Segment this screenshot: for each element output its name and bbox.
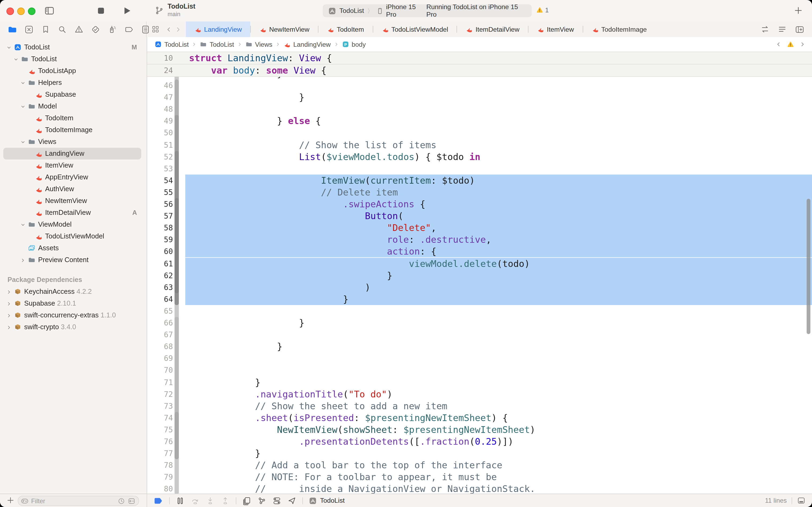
next-issue-button[interactable] — [800, 41, 806, 47]
sidebar-item-TodoItem[interactable]: TodoItem — [0, 112, 147, 124]
source-code-area[interactable]: }4647 }4849 } else {5051 // Show the lis… — [147, 52, 812, 494]
code-line-60[interactable]: 60 action: { — [147, 246, 812, 258]
line-number[interactable]: 47 — [147, 91, 173, 103]
disclosure-closed-icon[interactable] — [6, 289, 11, 294]
code-line-76[interactable]: 76 .presentationDetents([.fraction(0.25)… — [147, 436, 812, 447]
sidebar-item-Assets[interactable]: Assets — [0, 242, 147, 254]
breadcrumb-item-TodoList[interactable]: TodoList — [200, 41, 234, 48]
editor-options-icon[interactable] — [777, 25, 787, 34]
code-line-63[interactable]: 63 ) — [147, 281, 812, 293]
code-line-58[interactable]: 58 "Delete", — [147, 222, 812, 234]
breadcrumb-item-Views[interactable]: Views — [245, 41, 273, 48]
zoom-button[interactable] — [28, 7, 36, 15]
tab-TodoListViewModel[interactable]: TodoListViewModel — [373, 21, 457, 37]
package-item-KeychainAccess[interactable]: KeychainAccess 4.2.2 — [0, 286, 147, 297]
line-number[interactable]: 68 — [147, 340, 173, 352]
line-number[interactable]: 65 — [147, 305, 173, 317]
bookmarks-navigator[interactable] — [41, 24, 51, 34]
find-navigator[interactable] — [57, 24, 67, 34]
line-number[interactable]: 80 — [147, 483, 173, 494]
code-line-57[interactable]: 57 Button( — [147, 210, 812, 222]
code-line-78[interactable]: 78 // Add a tool bar to the top of the i… — [147, 459, 812, 471]
code-line-79[interactable]: 79 // NOTE: For a toolbar to appear, it … — [147, 471, 812, 483]
code-line-51[interactable]: 51 // Show the list of items — [147, 139, 812, 151]
code-line-49[interactable]: 49 } else { — [147, 115, 812, 127]
sidebar-item-LandingView[interactable]: LandingView — [0, 148, 147, 160]
disclosure-open-icon[interactable] — [20, 80, 25, 86]
filter-field[interactable]: Filter — [18, 496, 139, 506]
line-number[interactable]: 75 — [147, 424, 173, 436]
toggle-navigator-button[interactable] — [44, 5, 55, 16]
line-number[interactable]: 60 — [147, 246, 173, 258]
line-number[interactable]: 54 — [147, 175, 173, 186]
line-number[interactable]: 70 — [147, 364, 173, 376]
sidebar-item-TodoListViewModel[interactable]: TodoListViewModel — [0, 230, 147, 242]
line-number[interactable]: 62 — [147, 269, 173, 281]
line-number[interactable]: 56 — [147, 198, 173, 210]
issues-navigator[interactable] — [74, 24, 84, 34]
code-line-68[interactable]: 68 } — [147, 340, 812, 352]
line-number[interactable]: 74 — [147, 412, 173, 424]
step-out-button[interactable] — [221, 496, 230, 505]
sidebar-item-Preview-Content[interactable]: Preview Content — [0, 254, 147, 266]
line-number[interactable]: 59 — [147, 234, 173, 246]
sidebar-item-ItemView[interactable]: ItemView — [0, 160, 147, 171]
code-line-55[interactable]: 55 // Delete item — [147, 186, 812, 198]
line-number[interactable]: 66 — [147, 317, 173, 329]
sidebar-item-TodoItemImage[interactable]: TodoItemImage — [0, 124, 147, 136]
line-number[interactable]: 46 — [147, 79, 173, 91]
line-number[interactable]: 53 — [147, 163, 173, 174]
disclosure-closed-icon[interactable] — [20, 258, 25, 263]
sticky-line-24[interactable]: 24 var body: some View { — [147, 64, 812, 77]
sidebar-item-Helpers[interactable]: Helpers — [0, 77, 147, 89]
disclosure-closed-icon[interactable] — [6, 301, 11, 306]
line-number[interactable]: 79 — [147, 471, 173, 483]
disclosure-closed-icon[interactable] — [6, 313, 11, 318]
line-number[interactable]: 78 — [147, 459, 173, 471]
line-number[interactable]: 51 — [147, 139, 173, 151]
breakpoints-navigator[interactable] — [124, 24, 134, 34]
code-line-73[interactable]: 73 // Show the sheet to add a new item — [147, 400, 812, 412]
code-line-50[interactable]: 50 — [147, 127, 812, 139]
package-item-swift-crypto[interactable]: swift-crypto 3.4.0 — [0, 321, 147, 333]
tab-TodoItem[interactable]: TodoItem — [318, 21, 372, 37]
line-number[interactable]: 73 — [147, 400, 173, 412]
sidebar-item-TodoList[interactable]: TodoList — [0, 53, 147, 65]
debug-navigator[interactable] — [107, 24, 117, 34]
source-control-navigator[interactable] — [24, 24, 34, 34]
view-hierarchy-button[interactable] — [242, 496, 251, 505]
scheme-name[interactable]: TodoList — [339, 7, 364, 14]
line-number[interactable]: 57 — [147, 210, 173, 222]
tab-TodoItemImage[interactable]: TodoItemImage — [583, 21, 655, 37]
line-number[interactable]: 76 — [147, 436, 173, 447]
line-number[interactable]: 49 — [147, 115, 173, 127]
warning-count-badge[interactable]: 1 — [536, 6, 549, 14]
code-line-77[interactable]: 77 } — [147, 447, 812, 459]
sidebar-item-AuthView[interactable]: AuthView — [0, 183, 147, 195]
sidebar-item-ItemDetailView[interactable]: ItemDetailViewA — [0, 207, 147, 219]
line-number[interactable]: 48 — [147, 103, 173, 115]
previous-issue-button[interactable] — [775, 41, 781, 47]
code-line-47[interactable]: 47 } — [147, 91, 812, 103]
step-over-button[interactable] — [191, 496, 200, 505]
sidebar-item-Views[interactable]: Views — [0, 136, 147, 148]
code-line-70[interactable]: 70 — [147, 364, 812, 376]
close-button[interactable] — [6, 7, 14, 15]
code-line-56[interactable]: 56 .swipeActions { — [147, 198, 812, 210]
disclosure-closed-icon[interactable] — [6, 325, 11, 330]
simulate-location-button[interactable] — [287, 496, 296, 505]
add-item-button[interactable] — [6, 496, 14, 504]
go-back-button[interactable] — [165, 26, 172, 33]
sidebar-item-ViewModel[interactable]: ViewModel — [0, 219, 147, 230]
disclosure-open-icon[interactable] — [6, 45, 11, 50]
code-line-71[interactable]: 71 } — [147, 376, 812, 388]
line-number[interactable]: 61 — [147, 258, 173, 269]
run-button[interactable] — [121, 5, 132, 16]
code-line-72[interactable]: 72 .navigationTitle("To do") — [147, 388, 812, 400]
code-line-64[interactable]: 64 } — [147, 293, 812, 305]
breakpoints-toggle-button[interactable] — [153, 496, 163, 506]
tab-LandingView[interactable]: LandingView — [186, 21, 250, 37]
code-line-65[interactable]: 65 — [147, 305, 812, 317]
breadcrumb-item-TodoList[interactable]: TodoList — [155, 41, 189, 48]
code-line-53[interactable]: 53 — [147, 163, 812, 174]
